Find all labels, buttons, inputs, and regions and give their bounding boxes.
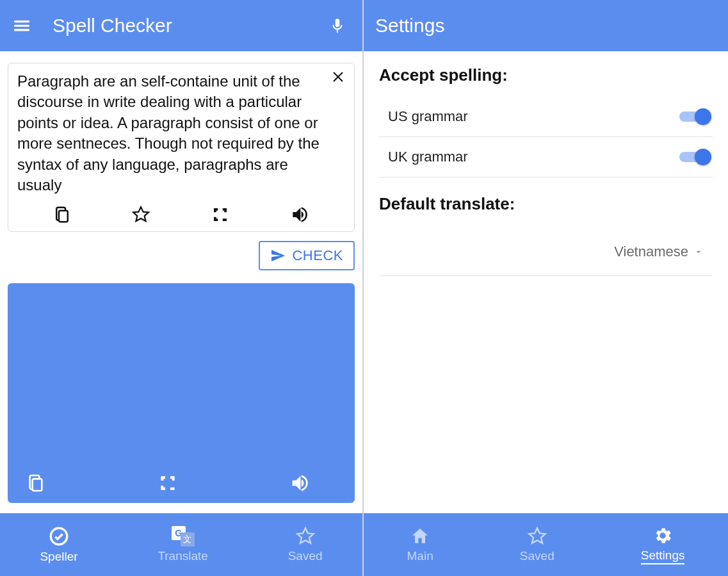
nav-speller-label: Speller (40, 550, 77, 564)
svg-rect-7 (33, 479, 42, 491)
chevron-down-icon (693, 247, 704, 257)
close-icon[interactable] (331, 70, 345, 84)
default-language-selector[interactable]: Vietnamese (379, 226, 713, 276)
svg-rect-6 (59, 211, 68, 222)
svg-rect-0 (14, 21, 29, 22)
nav-saved-label: Saved (288, 549, 323, 563)
app-title-left: Spell Checker (53, 15, 329, 37)
spacer (364, 290, 728, 513)
nav-main-label: Main (407, 549, 433, 563)
send-icon (270, 248, 286, 263)
nav-settings[interactable]: Settings (641, 525, 685, 564)
star-icon[interactable] (131, 205, 150, 224)
bottom-nav-left: Speller G文 Translate Saved (0, 513, 362, 576)
us-grammar-label: US grammar (388, 108, 468, 125)
left-body: Paragraph are an self-containe unit of t… (0, 51, 362, 513)
check-button[interactable]: CHECK (259, 241, 355, 270)
google-translate-icon: G文 (172, 526, 195, 547)
accept-spelling-title: Accept spelling: (379, 65, 713, 85)
copy-icon[interactable] (26, 473, 46, 493)
result-icon-row (26, 472, 311, 494)
speaker-icon[interactable] (289, 472, 311, 494)
us-grammar-toggle[interactable] (679, 108, 709, 125)
settings-body: Accept spelling: US grammar UK grammar D… (364, 51, 728, 290)
svg-rect-3 (337, 30, 338, 33)
check-row: CHECK (8, 241, 355, 270)
fullscreen-icon[interactable] (158, 473, 178, 493)
nav-saved-right-label: Saved (520, 549, 554, 563)
bottom-nav-right: Main Saved Settings (364, 513, 728, 576)
spell-checker-screen: Spell Checker Paragraph are an self-cont… (0, 0, 364, 576)
star-icon (527, 526, 547, 547)
settings-screen: Settings Accept spelling: US grammar UK … (364, 0, 728, 576)
nav-main[interactable]: Main (407, 526, 433, 563)
us-grammar-row: US grammar (379, 97, 713, 137)
nav-saved-right[interactable]: Saved (520, 526, 554, 563)
input-icon-row (17, 204, 345, 225)
nav-settings-label: Settings (641, 548, 685, 564)
svg-rect-1 (14, 25, 29, 27)
gear-icon (652, 525, 673, 546)
menu-icon[interactable] (12, 15, 32, 36)
input-text[interactable]: Paragraph are an self-containe unit of t… (17, 71, 345, 195)
speaker-icon[interactable] (289, 204, 310, 225)
check-circle-icon (48, 525, 70, 547)
appbar-left: Spell Checker (0, 0, 362, 51)
fullscreen-icon[interactable] (211, 205, 230, 224)
default-translate-title: Default translate: (379, 194, 713, 214)
uk-grammar-row: UK grammar (379, 137, 713, 177)
uk-grammar-toggle[interactable] (679, 149, 709, 165)
result-panel (8, 283, 355, 503)
nav-translate[interactable]: G文 Translate (158, 526, 208, 563)
svg-rect-2 (14, 29, 29, 31)
default-language-value: Vietnamese (614, 243, 688, 260)
nav-saved[interactable]: Saved (288, 526, 323, 563)
nav-translate-label: Translate (158, 549, 208, 563)
copy-icon[interactable] (53, 205, 72, 224)
uk-grammar-label: UK grammar (388, 149, 468, 165)
mic-icon[interactable] (329, 17, 346, 34)
home-icon (410, 526, 430, 547)
app-title-right: Settings (375, 15, 716, 37)
nav-speller[interactable]: Speller (40, 525, 77, 564)
input-card: Paragraph are an self-containe unit of t… (8, 63, 355, 232)
star-icon (295, 526, 316, 547)
check-button-label: CHECK (292, 247, 343, 264)
appbar-right: Settings (364, 0, 728, 51)
